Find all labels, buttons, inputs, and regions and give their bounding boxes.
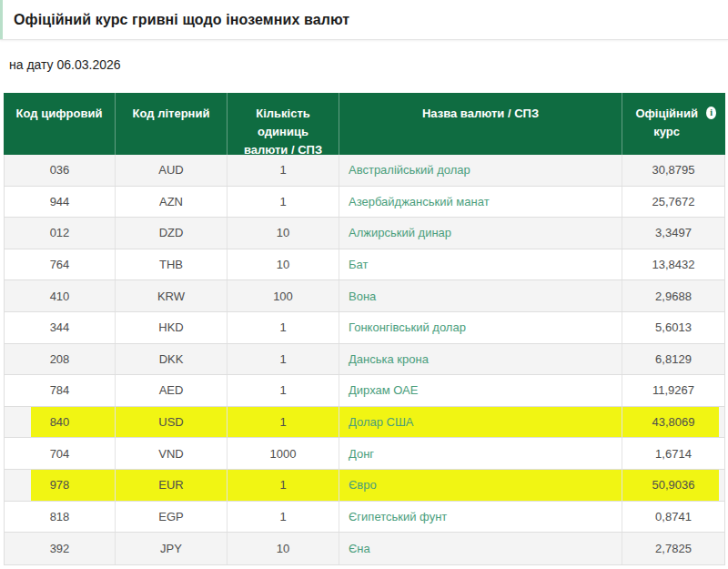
table-row: 208DKK1Данська крона6,8129: [5, 344, 724, 376]
letter-code-cell: VND: [115, 438, 227, 469]
numeric-code-cell: 392: [5, 533, 115, 564]
currency-name-link[interactable]: Бат: [349, 258, 368, 271]
table-row: 840USD1Долар США43,8069: [5, 407, 724, 439]
official-rate-cell: 0,8741: [622, 502, 724, 533]
official-rate-cell: 25,7672: [622, 187, 724, 218]
currency-name-link[interactable]: Долар США: [349, 415, 414, 429]
currency-name-link[interactable]: Гонконгівський долар: [349, 320, 466, 334]
accent-strip: [0, 0, 3, 39]
units-cell: 1000: [227, 438, 339, 469]
official-rate-cell: 50,9036: [622, 470, 724, 501]
currency-name-link[interactable]: Єгипетський фунт: [349, 510, 447, 523]
column-header-official-rate: Офіційний курс i: [622, 93, 725, 159]
numeric-code-cell: 818: [5, 502, 115, 533]
currency-name-link[interactable]: Єна: [349, 542, 370, 555]
table-row: 818EGP1Єгипетський фунт0,8741: [5, 502, 724, 533]
table-row: 704VND1000Донг1,6714: [5, 438, 724, 470]
units-cell: 1: [227, 312, 339, 343]
exchange-rates-table: Код цифровий Код літерний Кількість один…: [4, 93, 725, 565]
currency-name-link[interactable]: Данська крона: [349, 352, 429, 366]
letter-code-cell: EUR: [115, 470, 227, 501]
official-rate-cell: 30,8795: [622, 155, 724, 186]
official-rate-cell: 2,7825: [622, 533, 724, 564]
page-title: Офіційний курс гривні щодо іноземних вал…: [14, 12, 349, 28]
units-cell: 1: [227, 470, 339, 501]
numeric-code-cell: 764: [5, 249, 115, 280]
table-row: 012DZD10Алжирський динар3,3497: [5, 218, 724, 249]
letter-code-cell: DKK: [115, 344, 227, 375]
currency-name-cell: Долар США: [339, 407, 622, 438]
units-cell: 10: [227, 249, 339, 280]
currency-name-cell: Гонконгівський долар: [339, 312, 622, 343]
units-cell: 1: [227, 375, 339, 406]
table-row: 764THB10Бат13,8432: [5, 249, 724, 281]
letter-code-cell: KRW: [115, 280, 227, 311]
numeric-code-cell: 036: [5, 155, 115, 186]
numeric-code-cell: 704: [5, 438, 115, 469]
official-rate-cell: 3,3497: [622, 218, 724, 249]
currency-name-cell: Данська крона: [339, 344, 622, 375]
currency-name-link[interactable]: Донг: [349, 447, 374, 461]
units-cell: 1: [227, 502, 339, 533]
letter-code-cell: EGP: [115, 502, 227, 533]
letter-code-cell: THB: [115, 249, 227, 280]
table-row: 784AED1Дирхам ОАЕ11,9267: [5, 375, 724, 407]
currency-name-link[interactable]: Вона: [349, 290, 376, 303]
currency-name-cell: Єна: [339, 533, 622, 564]
units-cell: 1: [227, 407, 339, 438]
units-cell: 1: [227, 187, 339, 218]
units-cell: 1: [227, 344, 339, 375]
currency-name-cell: Єгипетський фунт: [339, 502, 622, 533]
letter-code-cell: HKD: [115, 312, 227, 343]
currency-name-cell: Бат: [339, 249, 622, 280]
official-rate-cell: 11,9267: [622, 375, 724, 406]
rate-date: на дату 06.03.2026: [9, 57, 728, 76]
official-rate-cell: 2,9688: [622, 280, 724, 311]
units-cell: 100: [227, 280, 339, 311]
letter-code-cell: AED: [115, 375, 227, 406]
currency-name-link[interactable]: Дирхам ОАЕ: [349, 383, 418, 397]
official-rate-cell: 43,8069: [622, 407, 724, 438]
column-header-units: Кількість одиниць валюти / СПЗ: [227, 93, 339, 159]
letter-code-cell: AUD: [115, 155, 227, 186]
units-cell: 10: [227, 533, 339, 564]
column-header-letter-code: Код літерний: [115, 93, 227, 159]
column-header-numeric-code: Код цифровий: [4, 93, 115, 159]
currency-name-link[interactable]: Євро: [349, 478, 377, 492]
official-rate-cell: 5,6013: [622, 312, 724, 343]
table-row: 036AUD1Австралійський долар30,8795: [5, 155, 724, 187]
currency-name-cell: Алжирський динар: [339, 218, 622, 249]
letter-code-cell: JPY: [115, 533, 227, 564]
info-icon[interactable]: i: [706, 107, 716, 119]
official-rate-cell: 13,8432: [622, 249, 724, 280]
units-cell: 10: [227, 218, 339, 249]
numeric-code-cell: 410: [5, 280, 115, 311]
numeric-code-cell: 208: [5, 344, 115, 375]
currency-name-cell: Євро: [339, 470, 622, 501]
numeric-code-cell: 840: [5, 407, 115, 438]
currency-name-link[interactable]: Азербайджанський манат: [349, 195, 490, 208]
title-bar: Офіційний курс гривні щодо іноземних вал…: [0, 0, 728, 40]
letter-code-cell: AZN: [115, 187, 227, 218]
currency-name-link[interactable]: Австралійський долар: [349, 163, 470, 177]
numeric-code-cell: 978: [5, 470, 115, 501]
table-row: 392JPY10Єна2,7825: [5, 533, 724, 564]
table-row: 344HKD1Гонконгівський долар5,6013: [5, 312, 724, 344]
official-rate-cell: 1,6714: [622, 438, 724, 469]
currency-name-link[interactable]: Алжирський динар: [349, 226, 451, 239]
table-header-row: Код цифровий Код літерний Кількість один…: [4, 93, 725, 155]
letter-code-cell: USD: [115, 407, 227, 438]
table-row: 978EUR1Євро50,9036: [5, 470, 724, 502]
page: { "header": { "title": "Офіційний курс г…: [0, 0, 728, 569]
units-cell: 1: [227, 155, 339, 186]
table-row: 944AZN1Азербайджанський манат25,7672: [5, 187, 724, 218]
currency-name-cell: Австралійський долар: [339, 155, 622, 186]
numeric-code-cell: 344: [5, 312, 115, 343]
numeric-code-cell: 012: [5, 218, 115, 249]
letter-code-cell: DZD: [115, 218, 227, 249]
official-rate-cell: 6,8129: [622, 344, 724, 375]
table-row: 410KRW100Вона2,9688: [5, 280, 724, 312]
currency-name-cell: Азербайджанський манат: [339, 187, 622, 218]
currency-name-cell: Вона: [339, 280, 622, 311]
official-rate-header-label: Офіційний курс: [632, 105, 702, 141]
